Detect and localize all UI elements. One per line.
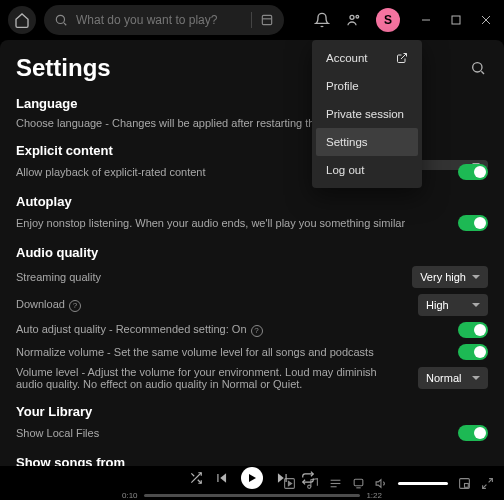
friends-button[interactable]	[344, 10, 364, 30]
maximize-button[interactable]	[446, 10, 466, 30]
time-duration: 1:22	[366, 491, 382, 500]
show-songs-heading: Show songs from	[16, 455, 488, 466]
progress-bar[interactable]	[144, 494, 361, 497]
time-current: 0:10	[122, 491, 138, 500]
auto-adjust-label: Auto adjust quality - Recommended settin…	[16, 323, 446, 337]
download-label: Download?	[16, 298, 406, 312]
search-input[interactable]	[76, 13, 243, 27]
settings-panel: Settings Language Choose language - Chan…	[0, 40, 504, 466]
menu-settings[interactable]: Settings	[316, 128, 418, 156]
explicit-toggle[interactable]	[458, 164, 488, 180]
external-link-icon	[396, 52, 408, 64]
miniplayer-icon[interactable]	[458, 477, 471, 490]
menu-profile[interactable]: Profile	[316, 72, 418, 100]
show-local-toggle[interactable]	[458, 425, 488, 441]
streaming-dropdown[interactable]: Very high	[412, 266, 488, 288]
svg-marker-19	[278, 473, 284, 482]
minimize-icon	[421, 15, 431, 25]
library-heading: Your Library	[16, 404, 488, 419]
menu-logout[interactable]: Log out	[316, 156, 418, 184]
play-button[interactable]	[241, 467, 263, 489]
info-icon[interactable]: ?	[69, 300, 81, 312]
svg-point-5	[356, 15, 359, 18]
top-bar: S	[0, 0, 504, 40]
menu-private-session[interactable]: Private session	[316, 100, 418, 128]
home-icon	[14, 12, 30, 28]
previous-icon[interactable]	[215, 471, 229, 485]
svg-rect-2	[262, 15, 271, 24]
download-dropdown[interactable]: High	[418, 294, 488, 316]
play-icon	[246, 472, 258, 484]
svg-point-10	[473, 63, 482, 72]
svg-line-33	[483, 484, 487, 488]
svg-point-4	[350, 15, 354, 19]
autoplay-toggle[interactable]	[458, 215, 488, 231]
menu-account[interactable]: Account	[316, 44, 418, 72]
svg-line-1	[64, 23, 66, 25]
autoplay-desc: Enjoy nonstop listening. When your audio…	[16, 217, 446, 229]
svg-marker-16	[220, 473, 226, 482]
shuffle-icon[interactable]	[189, 471, 203, 485]
close-button[interactable]	[476, 10, 496, 30]
svg-marker-18	[249, 474, 256, 482]
user-avatar[interactable]: S	[376, 8, 400, 32]
search-icon	[470, 60, 486, 76]
show-local-label: Show Local Files	[16, 427, 446, 439]
svg-line-32	[489, 478, 493, 482]
volume-slider[interactable]	[398, 482, 448, 485]
repeat-icon[interactable]	[301, 471, 315, 485]
search-icon	[54, 13, 68, 27]
svg-line-15	[191, 473, 194, 476]
streaming-label: Streaming quality	[16, 271, 400, 283]
player-bar: 0:10 1:22	[0, 466, 504, 500]
fullscreen-icon[interactable]	[481, 477, 494, 490]
normalize-label: Normalize volume - Set the same volume l…	[16, 346, 446, 358]
user-menu: Account Profile Private session Settings…	[312, 40, 422, 188]
info-icon[interactable]: ?	[251, 325, 263, 337]
browse-icon[interactable]	[260, 13, 274, 27]
settings-search-button[interactable]	[468, 58, 488, 78]
people-icon	[346, 12, 362, 28]
bell-icon	[314, 12, 330, 28]
autoplay-heading: Autoplay	[16, 194, 488, 209]
svg-rect-31	[465, 483, 469, 487]
svg-line-12	[401, 54, 407, 60]
volume-level-dropdown[interactable]: Normal	[418, 367, 488, 389]
svg-rect-7	[452, 16, 460, 24]
minimize-button[interactable]	[416, 10, 436, 30]
maximize-icon	[451, 15, 461, 25]
auto-adjust-toggle[interactable]	[458, 322, 488, 338]
svg-point-0	[56, 15, 64, 23]
audio-heading: Audio quality	[16, 245, 488, 260]
close-icon	[481, 15, 491, 25]
normalize-toggle[interactable]	[458, 344, 488, 360]
search-bar[interactable]	[44, 5, 284, 35]
notifications-button[interactable]	[312, 10, 332, 30]
volume-level-label: Volume level - Adjust the volume for you…	[16, 366, 406, 390]
next-icon[interactable]	[275, 471, 289, 485]
home-button[interactable]	[8, 6, 36, 34]
svg-line-11	[481, 71, 484, 74]
